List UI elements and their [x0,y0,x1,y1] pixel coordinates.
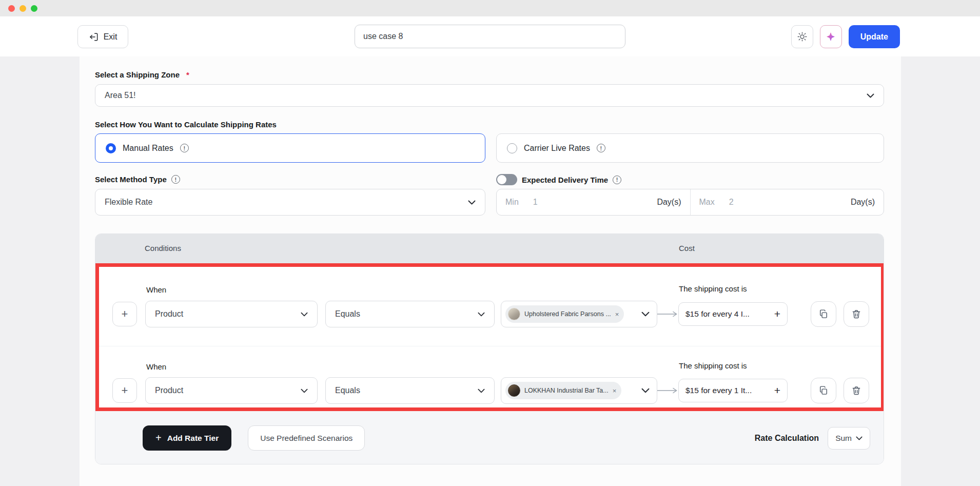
exit-button[interactable]: Exit [77,25,128,48]
carrier-live-rates-option[interactable]: Carrier Live Rates ! [496,133,884,163]
window-zoom-button[interactable] [31,5,37,12]
rate-table-footer: + Add Rate Tier Use Predefined Scenarios… [95,411,884,464]
product-thumbnail [508,384,520,397]
info-icon[interactable]: ! [613,176,621,184]
ai-assistant-button[interactable] [820,25,842,48]
exit-icon [89,32,99,42]
condition-operator-select[interactable]: Equals [325,377,495,404]
sparkle-icon [825,31,837,43]
chevron-down-icon [301,312,308,317]
shipping-zone-value: Area 51! [105,91,135,100]
add-condition-button[interactable]: + [112,302,137,326]
duplicate-row-button[interactable] [811,378,836,403]
min-label: Min [505,198,519,207]
delete-row-button[interactable] [844,301,869,327]
trash-icon [851,385,861,396]
rate-calculation-select[interactable]: Sum [828,427,870,450]
shipping-cost-label: The shipping cost is [679,284,747,293]
manual-rates-option[interactable]: Manual Rates ! [95,133,485,163]
copy-icon [818,309,829,319]
info-icon[interactable]: ! [597,144,605,152]
chevron-down-icon [641,312,650,317]
window-titlebar [0,0,980,16]
info-icon[interactable]: ! [180,144,189,152]
conditions-column-header: Conditions [145,244,181,252]
connector-arrow-icon [657,387,678,394]
chevron-down-icon [478,388,485,393]
remove-tag-icon[interactable]: × [613,387,617,395]
shipping-cost-input[interactable]: $15 for every 4 I... + [678,302,788,326]
condition-field-select[interactable]: Product [145,377,318,404]
method-type-value: Flexible Rate [105,198,152,207]
shipping-cost-input[interactable]: $15 for every 1 It... + [678,379,788,402]
method-type-label: Select Method Type ! [95,175,180,184]
add-cost-rule-icon[interactable]: + [774,384,780,397]
min-days-input[interactable] [533,198,643,207]
chevron-down-icon [478,312,485,317]
shipping-cost-label: The shipping cost is [679,361,747,370]
when-label: When [146,285,166,294]
rate-calculation-label: Rate Calculation [755,434,819,443]
condition-field-select[interactable]: Product [145,301,318,327]
trash-icon [851,309,861,319]
max-days-field[interactable]: Max Day(s) [690,189,884,215]
window-minimize-button[interactable] [19,5,26,12]
rate-tier-table: Conditions Cost When The shipping cost i… [95,234,884,464]
shipping-zone-label: Select a Shipping Zone* [95,70,189,79]
radio-unselected-icon [507,143,517,153]
window-close-button[interactable] [8,5,15,12]
chevron-down-icon [301,388,308,393]
exit-button-label: Exit [104,32,117,42]
header-actions: Update [791,25,900,48]
delivery-time-label-row: Expected Delivery Time ! [496,174,621,185]
product-tag: Upholstered Fabric Parsons ... × [505,305,624,323]
required-asterisk: * [186,70,189,79]
delete-row-button[interactable] [844,378,869,403]
chevron-down-icon [641,388,650,393]
carrier-live-rates-label: Carrier Live Rates [524,144,590,153]
product-tag: LOKKHAN Industrial Bar Ta... × [505,382,621,399]
condition-value-select[interactable]: Upholstered Fabric Parsons ... × [501,301,657,327]
radio-selected-icon [106,143,116,153]
when-label: When [146,362,166,371]
max-days-input[interactable] [729,198,836,207]
shipping-zone-select[interactable]: Area 51! [95,84,884,107]
delivery-time-toggle[interactable] [496,174,517,185]
toggle-knob [497,175,506,184]
cost-column-header: Cost [679,244,695,252]
row-divider [99,346,881,346]
add-rate-tier-button[interactable]: + Add Rate Tier [143,425,231,451]
add-cost-rule-icon[interactable]: + [774,308,780,320]
main-content: Select a Shipping Zone* Area 51! Select … [80,56,901,486]
update-button[interactable]: Update [849,25,900,48]
max-unit-label: Day(s) [851,198,875,207]
min-unit-label: Day(s) [657,198,681,207]
product-thumbnail [508,308,520,320]
plus-icon: + [155,432,162,444]
remove-tag-icon[interactable]: × [615,310,619,318]
rate-name-input[interactable] [355,25,625,48]
app-header: Exit [0,16,980,56]
duplicate-row-button[interactable] [811,301,836,327]
use-predefined-scenarios-button[interactable]: Use Predefined Scenarios [248,425,365,451]
manual-rates-label: Manual Rates [123,144,173,153]
chevron-down-icon [468,200,476,205]
chevron-down-icon [856,436,863,440]
info-icon[interactable]: ! [171,175,180,184]
chevron-down-icon [867,93,874,98]
condition-operator-select[interactable]: Equals [325,301,495,327]
condition-row: + Product Equals LOKKHAN Industrial Bar … [112,377,869,404]
connector-arrow-icon [657,311,678,317]
delivery-time-range: Min Day(s) Max Day(s) [496,189,884,216]
theme-toggle-button[interactable] [791,25,813,48]
copy-icon [818,385,829,396]
condition-value-select[interactable]: LOKKHAN Industrial Bar Ta... × [501,377,657,404]
method-type-select[interactable]: Flexible Rate [95,189,485,216]
sun-icon [797,31,808,42]
condition-row: + Product Equals Upholstered Fabric Pars… [112,301,869,327]
calc-method-label: Select How You Want to Calculate Shippin… [95,120,277,129]
rate-calculation-group: Rate Calculation Sum [755,427,870,450]
max-label: Max [699,198,715,207]
add-condition-button[interactable]: + [112,378,137,403]
min-days-field[interactable]: Min Day(s) [497,189,690,215]
